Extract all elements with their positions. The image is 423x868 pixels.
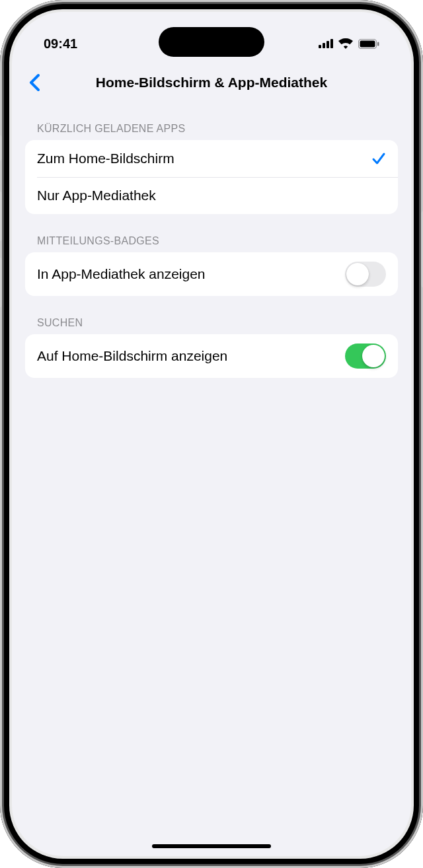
- group-search: Auf Home-Bildschirm anzeigen: [25, 334, 398, 378]
- dynamic-island: [159, 27, 264, 57]
- nav-bar: Home-Bildschirm & App-Mediathek: [12, 63, 411, 102]
- svg-rect-0: [319, 45, 321, 48]
- row-label: In App-Mediathek anzeigen: [37, 266, 206, 282]
- screen: 09:41 Home-Bildschirm & App-Mediathek KÜ…: [12, 12, 411, 856]
- checkmark-icon: [371, 151, 386, 166]
- volume-up-button: [0, 192, 2, 241]
- option-app-library-only[interactable]: Nur App-Mediathek: [25, 177, 398, 214]
- row-label: Auf Home-Bildschirm anzeigen: [37, 348, 227, 364]
- section-header-badges: MITTEILUNGS-BADGES: [25, 214, 398, 252]
- svg-rect-5: [360, 40, 375, 47]
- content: KÜRZLICH GELADENE APPS Zum Home-Bildschi…: [12, 102, 411, 378]
- device-frame: 09:41 Home-Bildschirm & App-Mediathek KÜ…: [0, 0, 423, 868]
- option-add-to-home[interactable]: Zum Home-Bildschirm: [25, 140, 398, 177]
- mute-switch: [0, 135, 2, 161]
- chevron-left-icon: [29, 74, 40, 91]
- volume-down-button: [0, 258, 2, 307]
- svg-rect-2: [327, 41, 329, 48]
- svg-rect-1: [323, 43, 325, 48]
- switch-knob: [346, 263, 369, 285]
- row-show-in-library: In App-Mediathek anzeigen: [25, 252, 398, 296]
- option-label: Nur App-Mediathek: [37, 188, 156, 203]
- cellular-icon: [319, 39, 333, 48]
- group-recent-apps: Zum Home-Bildschirm Nur App-Mediathek: [25, 140, 398, 214]
- back-button[interactable]: [21, 69, 48, 96]
- wifi-icon: [338, 38, 353, 49]
- switch-knob: [362, 345, 385, 367]
- status-time: 09:41: [44, 36, 77, 52]
- svg-rect-6: [377, 42, 379, 46]
- status-icons: [319, 38, 379, 49]
- battery-icon: [358, 39, 379, 49]
- svg-rect-3: [330, 39, 333, 48]
- home-indicator[interactable]: [152, 844, 271, 848]
- section-header-recent: KÜRZLICH GELADENE APPS: [25, 102, 398, 140]
- toggle-show-in-library[interactable]: [345, 262, 386, 287]
- section-header-search: SUCHEN: [25, 296, 398, 334]
- toggle-show-on-home[interactable]: [345, 344, 386, 369]
- row-show-on-home: Auf Home-Bildschirm anzeigen: [25, 334, 398, 378]
- page-title: Home-Bildschirm & App-Mediathek: [96, 75, 327, 90]
- group-badges: In App-Mediathek anzeigen: [25, 252, 398, 296]
- option-label: Zum Home-Bildschirm: [37, 151, 174, 166]
